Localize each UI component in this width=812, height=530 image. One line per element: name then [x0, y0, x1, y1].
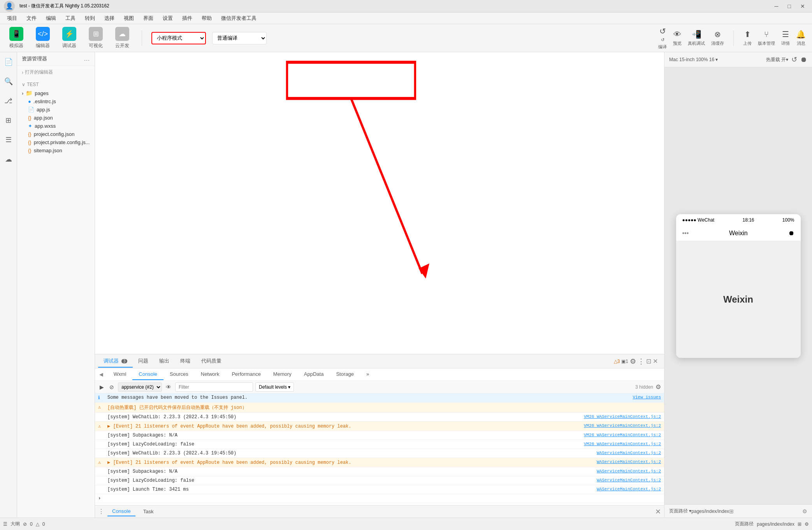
tree-item-appjs[interactable]: 📄 app.js	[17, 106, 95, 114]
mode-select[interactable]: 小程序模式 插件模式	[151, 32, 206, 44]
menu-file[interactable]: 文件	[23, 13, 40, 23]
msg-link-6[interactable]: WAServiceMainContext.js:2	[597, 451, 661, 455]
menu-edit[interactable]: 编辑	[42, 13, 60, 23]
tab-wxml[interactable]: Wxml	[107, 369, 133, 380]
tab-terminal[interactable]: 终端	[175, 355, 196, 368]
record-icon[interactable]: ⏺	[800, 56, 807, 64]
tab-console[interactable]: Console	[132, 369, 163, 380]
tab-issues[interactable]: 问题	[133, 355, 154, 368]
editor-button[interactable]: </> 编辑器	[33, 25, 53, 51]
clear-cache-button[interactable]: ⊗ 清缓存	[711, 30, 724, 46]
remote-debug-button[interactable]: 📲 真机调试	[688, 30, 705, 46]
menu-bar: 项目 文件 编辑 工具 转到 选择 视图 界面 设置 插件 帮助 微信开发者工具	[0, 12, 812, 24]
menu-view[interactable]: 视图	[120, 13, 138, 23]
menu-settings[interactable]: 设置	[159, 13, 177, 23]
msg-link-7[interactable]: WAServiceMainContext.js:2	[597, 460, 661, 464]
msg-link-5[interactable]: VM26 WAServiceMainContext.js:2	[584, 442, 661, 446]
upload-button[interactable]: ⬆ 上传	[743, 30, 752, 46]
notify-button[interactable]: 🔔 消息	[796, 30, 806, 46]
tree-item-appwxss[interactable]: ✦ app.wxss	[17, 122, 95, 130]
devtools-expand-icon[interactable]: ⊡	[646, 357, 651, 365]
msg-link-9[interactable]: WAServiceMainContext.js:2	[597, 478, 661, 482]
tree-item-pages[interactable]: › 📁 pages	[17, 89, 95, 97]
menu-tools[interactable]: 工具	[62, 13, 79, 23]
devtools-settings-icon[interactable]: ⚙	[630, 357, 636, 366]
tab-network[interactable]: Network	[195, 369, 226, 380]
visualize-button[interactable]: ⊞ 可视化	[86, 25, 106, 51]
menu-select[interactable]: 选择	[100, 13, 118, 23]
compile-select[interactable]: 普通编译	[212, 32, 267, 44]
close-button[interactable]: ✕	[797, 2, 808, 10]
window-controls[interactable]: ─ □ ✕	[772, 2, 808, 10]
tree-item-sitemap[interactable]: {} sitemap.json	[17, 146, 95, 155]
tab-more[interactable]: »	[360, 369, 375, 380]
blocks-icon[interactable]: ⊞	[3, 114, 14, 127]
msg-link-8[interactable]: WAServiceMainContext.js:2	[597, 469, 661, 474]
msg-link-3[interactable]: VM26 WAServiceMainContext.js:2	[584, 423, 661, 428]
menu-interface[interactable]: 界面	[139, 13, 157, 23]
settings-bottom-icon[interactable]: ⚙	[805, 521, 809, 527]
files-icon[interactable]: 📄	[2, 55, 15, 69]
menu-project[interactable]: 项目	[3, 13, 21, 23]
minimize-button[interactable]: ─	[772, 2, 782, 10]
msg-link-10[interactable]: WAServiceMainContext.js:2	[597, 487, 661, 491]
tab-performance[interactable]: Performance	[225, 369, 267, 380]
eslintrc-label: .eslintrc.js	[33, 99, 56, 104]
device-config-select[interactable]: Mac 15-inch 100% 16 ▾	[669, 57, 718, 62]
tab-sources[interactable]: Sources	[163, 369, 195, 380]
tree-item-appjson[interactable]: {} app.json	[17, 114, 95, 122]
hotreload-toggle[interactable]: 热重载 开▾	[766, 56, 788, 63]
open-editors-section: › 打开的编辑器	[17, 66, 95, 79]
console-settings-icon[interactable]: ⚙	[656, 383, 661, 391]
console-menu-icon[interactable]: ⋮	[98, 508, 104, 515]
console-bottom: ⋮ Console Task ✕	[95, 505, 664, 518]
list-icon[interactable]: ☰	[3, 133, 14, 146]
block-icon[interactable]: ⊘	[108, 383, 116, 391]
console-bottom-tab-task[interactable]: Task	[139, 507, 158, 516]
refresh-preview-icon[interactable]: ↺	[791, 55, 797, 64]
console-filter-input[interactable]	[175, 382, 253, 392]
console-bottom-tab-console[interactable]: Console	[107, 507, 135, 516]
search-icon[interactable]: 🔍	[2, 75, 15, 88]
more-options-icon[interactable]: …	[84, 55, 90, 62]
phone-nav-more[interactable]: •••	[682, 230, 689, 237]
console-msg-10: [system] Launch Time: 3421 ms WAServiceM…	[95, 485, 664, 494]
detail-button[interactable]: ☰ 详情	[781, 30, 790, 46]
tab-appdata[interactable]: AppData	[298, 369, 330, 380]
preview-button[interactable]: 👁 预览	[673, 30, 682, 46]
copy-icon[interactable]: ⊞	[798, 521, 801, 527]
tree-item-projectprivate[interactable]: {} project.private.config.js...	[17, 138, 95, 146]
run-icon[interactable]: ▶	[98, 383, 105, 391]
view-issues-link[interactable]: View issues	[633, 395, 661, 400]
menu-plugin[interactable]: 插件	[178, 13, 196, 23]
levels-button[interactable]: Default levels ▾	[255, 382, 294, 392]
tab-memory[interactable]: Memory	[267, 369, 298, 380]
debugger-button[interactable]: ⚡ 调试器	[59, 25, 79, 51]
msg-link-2[interactable]: VM26 WAServiceMainContext.js:2	[584, 414, 661, 419]
cloud-sidebar-icon[interactable]: ☁	[3, 153, 14, 166]
refresh-button[interactable]: ↺ ↺ 编译	[658, 26, 667, 50]
eye-filter-icon[interactable]: 👁	[164, 383, 173, 391]
tree-item-eslintrc[interactable]: ● .eslintrc.js	[17, 97, 95, 106]
version-button[interactable]: ⑂ 版本管理	[758, 30, 775, 46]
back-icon[interactable]: ◄	[98, 371, 104, 378]
settings-icon[interactable]: ⚙	[802, 508, 807, 514]
source-select[interactable]: appservice (#2)	[118, 382, 162, 392]
tab-output[interactable]: 输出	[154, 355, 175, 368]
tab-debugger[interactable]: 调试器 3	[98, 355, 133, 368]
tab-code-quality[interactable]: 代码质量	[196, 355, 227, 368]
git-icon[interactable]: ⎇	[2, 94, 15, 107]
close-bottom-icon[interactable]: ✕	[655, 507, 661, 516]
menu-goto[interactable]: 转到	[81, 13, 99, 23]
simulator-button[interactable]: 📱 模拟器	[6, 25, 26, 51]
cloud-button[interactable]: ☁ 云开发	[112, 25, 132, 51]
menu-help[interactable]: 帮助	[198, 13, 216, 23]
maximize-button[interactable]: □	[785, 2, 794, 10]
tab-storage[interactable]: Storage	[330, 369, 360, 380]
devtools-close-icon[interactable]: ✕	[653, 357, 658, 365]
devtools-more-icon[interactable]: ⋮	[638, 357, 645, 366]
tree-item-projectconfig[interactable]: {} project.config.json	[17, 130, 95, 138]
path-copy-icon[interactable]: ⊞	[729, 508, 734, 514]
menu-wechat-dev[interactable]: 微信开发者工具	[217, 13, 260, 23]
msg-link-4[interactable]: VM26 WAServiceMainContext.js:2	[584, 433, 661, 437]
